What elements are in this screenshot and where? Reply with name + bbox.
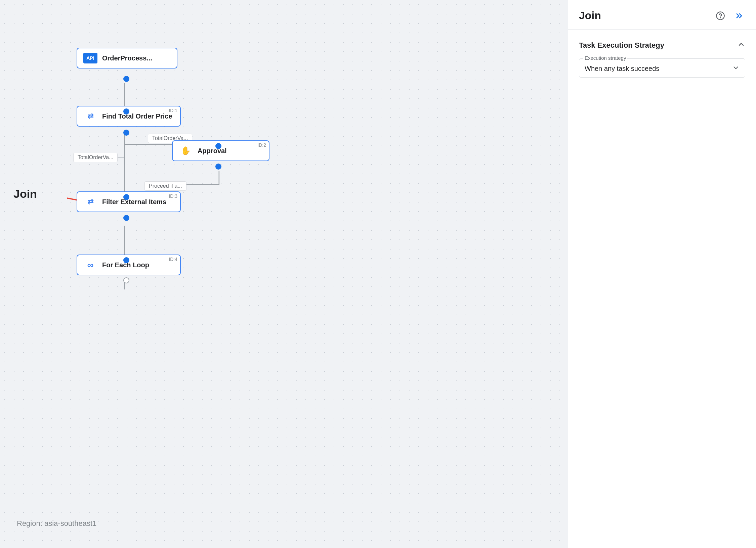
loop-icon: ∞ [83,260,97,270]
right-panel: Join Task Execution Strategy [568,0,756,548]
execution-strategy-label: Execution strategy [583,55,627,61]
order-process-label: OrderProcess... [102,54,152,62]
dropdown-arrow-icon [732,64,740,73]
panel-body: Task Execution Strategy Execution strate… [568,30,756,88]
section-title: Task Execution Strategy [579,41,664,50]
section-collapse-button[interactable] [737,40,745,50]
for-each-node[interactable]: ∞ For Each Loop ID:4 [77,255,181,275]
find-total-id: ID:1 [169,108,177,113]
find-total-node[interactable]: ⇄ Find Total Order Price ID:1 [77,106,181,127]
execution-strategy-field: Execution strategy When any task succeed… [579,58,745,78]
dot-filter-top [123,194,129,200]
edge-label-totalorderva-2: TotalOrderVa... [73,153,118,162]
panel-header: Join [568,0,756,30]
canvas-area: Join API OrderProcess... ⇄ Find Total Or… [0,0,568,548]
dot-order-process-bottom [123,76,129,82]
panel-title: Join [579,9,601,22]
join-label: Join [13,187,37,200]
edge-label-proceed: Proceed if a... [144,181,186,191]
approval-label: Approval [198,147,227,155]
filter-icon-2: ⇄ [83,196,97,207]
dot-approval-bottom [215,164,221,170]
filter-external-node[interactable]: ⇄ Filter External Items ID:3 [77,191,181,212]
execution-strategy-value: When any task succeeds [585,65,659,73]
api-icon: API [83,53,97,63]
approval-id: ID:2 [257,142,266,148]
approval-icon: ✋ [179,145,193,156]
dot-foreach-bottom [123,277,129,283]
filter-icon-1: ⇄ [83,111,97,122]
dot-find-total-bottom [123,130,129,136]
dot-approval-top [215,143,221,149]
collapse-panel-button[interactable] [733,10,745,22]
filter-external-label: Filter External Items [102,198,166,206]
help-button[interactable] [714,10,726,22]
dot-find-total-top [123,108,129,115]
approval-node[interactable]: ✋ Approval ID:2 [172,140,269,161]
filter-external-id: ID:3 [169,193,177,199]
dot-filter-bottom [123,215,129,221]
dot-foreach-top [123,257,129,263]
section-header: Task Execution Strategy [579,40,745,50]
region-label: Region: asia-southeast1 [17,519,96,528]
execution-strategy-select[interactable]: When any task succeeds [585,62,740,73]
find-total-label: Find Total Order Price [102,112,172,120]
order-process-node[interactable]: API OrderProcess... [77,48,177,68]
for-each-id: ID:4 [169,257,177,262]
panel-header-icons [714,10,745,22]
